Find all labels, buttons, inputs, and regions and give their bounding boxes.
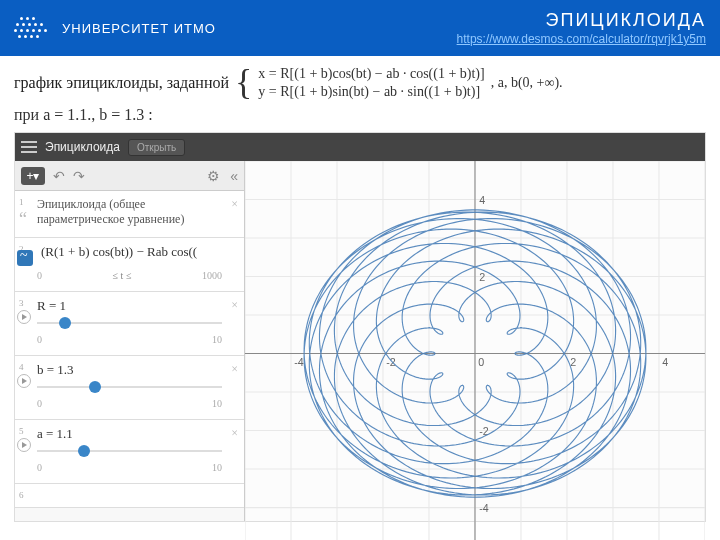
undo-icon[interactable]: ↶ bbox=[53, 168, 65, 184]
play-icon[interactable] bbox=[17, 310, 31, 324]
graph-canvas[interactable]: -4-2024-4-224 bbox=[245, 161, 705, 521]
page-title: ЭПИЦИКЛОИДА bbox=[457, 10, 706, 31]
app-toolbar: Эпициклоида Открыть bbox=[15, 133, 705, 161]
app-title: Эпициклоида bbox=[45, 140, 120, 154]
expression-row[interactable]: 5×a = 1.1010 bbox=[15, 420, 244, 484]
desmos-app: Эпициклоида Открыть desmos +▾ ↶ ↷ ⚙ « 1×… bbox=[14, 132, 706, 522]
expression-row[interactable]: 4×b = 1.3010 bbox=[15, 356, 244, 420]
expression-panel: +▾ ↶ ↷ ⚙ « 1×“Эпициклоида (общее парамет… bbox=[15, 161, 245, 521]
param-values: при a = 1.1., b = 1.3 : bbox=[14, 106, 706, 124]
open-button[interactable]: Открыть bbox=[128, 139, 185, 156]
brace-icon: { bbox=[235, 72, 252, 94]
close-icon[interactable]: × bbox=[231, 298, 238, 313]
gear-icon[interactable]: ⚙ bbox=[207, 168, 220, 184]
eq-x: x = R[(1 + b)cos(bt) − ab · cos((1 + b)t… bbox=[258, 66, 484, 82]
svg-text:4: 4 bbox=[479, 194, 485, 206]
expression-row[interactable]: 2(R(1 + b) cos(bt)) − Rab cos((0≤ t ≤100… bbox=[15, 238, 244, 292]
svg-text:-4: -4 bbox=[294, 356, 304, 368]
panel-toolbar: +▾ ↶ ↷ ⚙ « bbox=[15, 161, 244, 191]
close-icon[interactable]: × bbox=[231, 426, 238, 441]
close-icon[interactable]: × bbox=[231, 197, 238, 212]
expression-row[interactable]: 1×“Эпициклоида (общее параметрическое ур… bbox=[15, 191, 244, 238]
expression-row[interactable]: 6 bbox=[15, 484, 244, 508]
redo-icon[interactable]: ↷ bbox=[73, 168, 85, 184]
equation-row: график эпициклоиды, заданной { x = R[(1 … bbox=[14, 66, 706, 100]
svg-text:0: 0 bbox=[478, 356, 484, 368]
svg-text:-4: -4 bbox=[479, 502, 489, 514]
svg-text:2: 2 bbox=[479, 271, 485, 283]
svg-text:-2: -2 bbox=[386, 356, 396, 368]
menu-icon[interactable] bbox=[21, 141, 37, 153]
svg-text:2: 2 bbox=[570, 356, 576, 368]
svg-text:4: 4 bbox=[662, 356, 668, 368]
logo: УНИВЕРСИТЕТ ИТМО bbox=[14, 17, 216, 39]
eq-y: y = R[(1 + b)sin(bt) − ab · sin((1 + b)t… bbox=[258, 84, 484, 100]
wave-icon[interactable] bbox=[17, 250, 33, 266]
description-text: график эпициклоиды, заданной bbox=[14, 74, 229, 92]
collapse-icon[interactable]: « bbox=[230, 168, 238, 184]
play-icon[interactable] bbox=[17, 374, 31, 388]
desmos-link[interactable]: https://www.desmos.com/calculator/rqvrjk… bbox=[457, 32, 706, 46]
header: УНИВЕРСИТЕТ ИТМО ЭПИЦИКЛОИДА https://www… bbox=[0, 0, 720, 56]
close-icon[interactable]: × bbox=[231, 362, 238, 377]
expression-row[interactable]: 3×R = 1010 bbox=[15, 292, 244, 356]
university-name: УНИВЕРСИТЕТ ИТМО bbox=[62, 21, 216, 36]
add-button[interactable]: +▾ bbox=[21, 167, 45, 185]
logo-icon bbox=[14, 17, 52, 39]
play-icon[interactable] bbox=[17, 438, 31, 452]
eq-domain: , a, b(0, +∞). bbox=[491, 75, 563, 91]
